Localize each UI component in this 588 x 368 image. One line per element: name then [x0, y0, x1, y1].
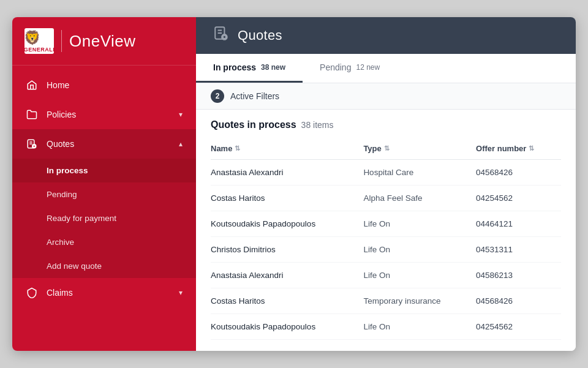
name-sort-icon: ⇅ — [235, 145, 240, 152]
logo-divider — [61, 30, 62, 52]
table-heading: Quotes in process 38 items — [211, 110, 561, 138]
tab-in-process-badge: 38 new — [261, 63, 285, 72]
sidebar-subitem-ready-for-payment[interactable]: Ready for payment — [12, 206, 196, 230]
cell-name: Anastasia Alexandri — [211, 160, 363, 186]
home-icon — [26, 79, 38, 91]
cell-name: Costas Haritos — [211, 186, 363, 211]
filter-count: 2 — [211, 89, 224, 103]
sidebar-subitem-archive[interactable]: Archive — [12, 230, 196, 254]
claims-icon — [26, 287, 38, 299]
type-sort-icon: ⇅ — [384, 145, 390, 152]
cell-offer-number: 04531311 — [476, 237, 561, 263]
claims-label: Claims — [47, 288, 73, 298]
tab-in-process-label: In process — [213, 62, 256, 72]
tabs-bar: In process 38 new Pending 12 new — [196, 54, 576, 83]
tab-pending-badge: 12 new — [356, 63, 380, 72]
cell-type: Life On — [363, 263, 476, 288]
folder-icon — [26, 108, 38, 121]
sidebar-nav: Home Policies ▾ — [12, 66, 196, 351]
quotes-chevron-icon: ▴ — [179, 140, 183, 148]
col-type[interactable]: Type ⇅ — [363, 138, 476, 160]
filter-bar: 2 Active Filters — [196, 83, 576, 110]
tab-pending-label: Pending — [320, 62, 351, 72]
table-heading-text: Quotes in process — [211, 119, 296, 130]
table-row[interactable]: Costas Haritos Alpha Feel Safe 04254562 — [211, 186, 561, 211]
col-name[interactable]: Name ⇅ — [211, 138, 363, 160]
app-name: OneView — [69, 32, 136, 51]
cell-offer-number: 04254562 — [476, 186, 561, 211]
cell-name: Anastasia Alexandri — [211, 263, 363, 288]
table-body: Anastasia Alexandri Hospital Care 045684… — [211, 160, 561, 340]
cell-offer-number: 04254562 — [476, 314, 561, 340]
cell-offer-number: 04568426 — [476, 288, 561, 314]
table-row[interactable]: Christos Dimitrios Life On 04531311 — [211, 237, 561, 263]
cell-name: Costas Haritos — [211, 288, 363, 314]
sidebar-item-policies[interactable]: Policies ▾ — [12, 100, 196, 129]
col-offer-number[interactable]: Offer number ⇅ — [476, 138, 561, 160]
quotes-table: Name ⇅ Type ⇅ Offer numb — [211, 138, 561, 340]
sidebar-subitem-pending[interactable]: Pending — [12, 182, 196, 206]
table-container: Quotes in process 38 items Name ⇅ — [196, 110, 576, 351]
quotes-icon — [26, 138, 38, 150]
sidebar-item-home[interactable]: Home — [12, 70, 196, 100]
main-header: Quotes — [196, 17, 576, 54]
cell-offer-number: 04568426 — [476, 160, 561, 186]
header-quotes-icon — [213, 26, 229, 45]
logo-lion-icon: 🦁 — [24, 30, 55, 46]
sidebar: 🦁 GENERALI OneView Home — [12, 17, 196, 351]
table-row[interactable]: Koutsoudakis Papadopoulos Life On 042545… — [211, 314, 561, 340]
filter-label: Active Filters — [230, 91, 279, 101]
policies-label: Policies — [47, 110, 76, 119]
tab-pending[interactable]: Pending 12 new — [303, 54, 397, 83]
brand-text: GENERALI — [24, 47, 55, 53]
logo-box: 🦁 GENERALI — [24, 28, 54, 54]
cell-type: Hospital Care — [363, 160, 476, 186]
quotes-subitems: In process Pending Ready for payment Arc… — [12, 159, 196, 278]
quotes-label: Quotes — [47, 139, 74, 149]
table-row[interactable]: Anastasia Alexandri Life On 04586213 — [211, 263, 561, 288]
table-row[interactable]: Costas Haritos Temporary insurance 04568… — [211, 288, 561, 314]
cell-type: Life On — [363, 211, 476, 237]
cell-type: Life On — [363, 237, 476, 263]
sidebar-subitem-add-new-quote[interactable]: Add new quote — [12, 254, 196, 278]
table-header: Name ⇅ Type ⇅ Offer numb — [211, 138, 561, 160]
home-label: Home — [47, 80, 69, 90]
app-container: 🦁 GENERALI OneView Home — [12, 17, 576, 351]
sidebar-item-quotes[interactable]: Quotes ▴ — [12, 129, 196, 159]
claims-chevron-icon: ▾ — [179, 288, 183, 297]
main-content: Quotes In process 38 new Pending 12 new … — [196, 17, 576, 351]
cell-name: Koutsoudakis Papadopoulos — [211, 211, 363, 237]
cell-name: Christos Dimitrios — [211, 237, 363, 263]
logo-content: 🦁 GENERALI — [24, 30, 55, 53]
cell-offer-number: 04464121 — [476, 211, 561, 237]
cell-offer-number: 04586213 — [476, 263, 561, 288]
offer-sort-icon: ⇅ — [529, 145, 534, 152]
table-item-count: 38 items — [301, 120, 334, 130]
cell-type: Temporary insurance — [363, 288, 476, 314]
page-title: Quotes — [238, 28, 282, 43]
policies-chevron-icon: ▾ — [179, 110, 183, 119]
cell-type: Alpha Feel Safe — [363, 186, 476, 211]
cell-name: Koutsoudakis Papadopoulos — [211, 314, 363, 340]
tab-in-process[interactable]: In process 38 new — [196, 54, 303, 83]
table-row[interactable]: Koutsoudakis Papadopoulos Life On 044641… — [211, 211, 561, 237]
sidebar-logo: 🦁 GENERALI OneView — [12, 17, 196, 66]
table-row[interactable]: Anastasia Alexandri Hospital Care 045684… — [211, 160, 561, 186]
sidebar-subitem-in-process[interactable]: In process — [12, 159, 196, 182]
sidebar-item-claims[interactable]: Claims ▾ — [12, 278, 196, 307]
cell-type: Life On — [363, 314, 476, 340]
